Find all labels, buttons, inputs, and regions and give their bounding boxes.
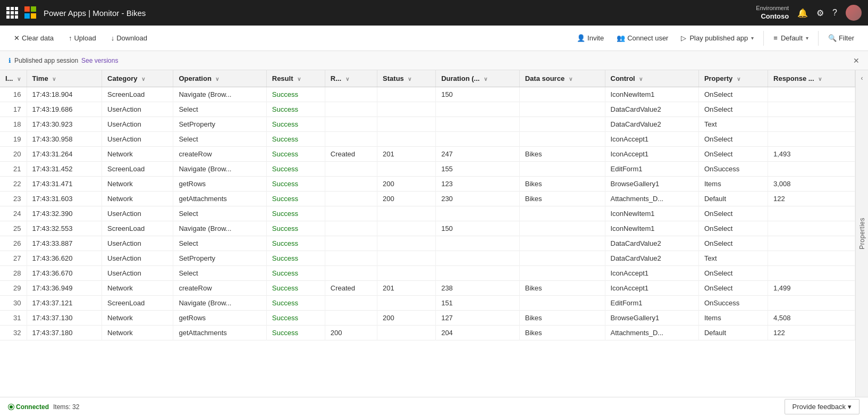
table-row[interactable]: 3217:43:37.180NetworkgetAttachmentsSucce… (0, 326, 855, 340)
invite-icon: 👤 (577, 34, 585, 42)
clear-data-icon: ✕ (14, 34, 20, 42)
list-icon: ≡ (773, 34, 778, 42)
data-table: I... ∨ Time ∨ Category ∨ Operation ∨ Res… (0, 70, 855, 340)
table-row[interactable]: 2817:43:36.670UserActionSelectSuccessIco… (0, 266, 855, 281)
connect-user-button[interactable]: 👥 Connect user (611, 31, 673, 45)
table-row[interactable]: 2417:43:32.390UserActionSelectSuccessIco… (0, 206, 855, 221)
clear-data-button[interactable]: ✕ Clear data (9, 31, 59, 45)
environment-info: Environment Contoso (756, 4, 789, 21)
items-count: Items: 32 (53, 403, 79, 411)
waffle-menu[interactable] (6, 7, 18, 19)
table-row[interactable]: 2317:43:31.603NetworkgetAttachmentsSucce… (0, 192, 855, 206)
connected-label: Connected (16, 403, 49, 411)
info-text: Published app session (14, 57, 78, 64)
main-area: I... ∨ Time ∨ Category ∨ Operation ∨ Res… (0, 70, 868, 397)
settings-gear-icon[interactable]: ⚙ (816, 8, 824, 18)
col-r[interactable]: R... ∨ (325, 70, 377, 87)
table-container[interactable]: I... ∨ Time ∨ Category ∨ Operation ∨ Res… (0, 70, 855, 397)
help-question-icon[interactable]: ? (832, 8, 837, 18)
default-dropdown-arrow: ▾ (806, 35, 808, 41)
col-operation[interactable]: Operation ∨ (173, 70, 266, 87)
connect-user-icon: 👥 (617, 34, 625, 42)
download-button[interactable]: ↓ Download (106, 31, 153, 45)
table-row[interactable]: 3117:43:37.130NetworkgetRowsSuccess20012… (0, 311, 855, 326)
filter-button[interactable]: 🔍 Filter (823, 31, 859, 45)
table-row[interactable]: 2217:43:31.471NetworkgetRowsSuccess20012… (0, 177, 855, 192)
properties-sidebar[interactable]: ‹ Properties (855, 70, 868, 397)
info-close-button[interactable]: ✕ (853, 56, 859, 65)
sidebar-label: Properties (858, 218, 866, 249)
col-control[interactable]: Control ∨ (605, 70, 698, 87)
col-id[interactable]: I... ∨ (0, 70, 27, 87)
status-bar: Connected Items: 32 Provide feedback ▾ (0, 397, 868, 416)
download-icon: ↓ (111, 34, 115, 42)
col-property[interactable]: Property ∨ (698, 70, 768, 87)
col-datasource[interactable]: Data source ∨ (519, 70, 605, 87)
toolbar-separator (763, 31, 764, 46)
sidebar-expand-icon: ‹ (861, 74, 863, 82)
play-dropdown-arrow: ▾ (751, 35, 754, 41)
play-icon: ▷ (681, 34, 686, 42)
table-body: 1617:43:18.904ScreenLoadNavigate (Brow..… (0, 87, 855, 340)
table-row[interactable]: 1917:43:30.958UserActionSelectSuccessIco… (0, 132, 855, 147)
info-bar: ℹ Published app session See versions ✕ (0, 51, 868, 70)
invite-button[interactable]: 👤 Invite (571, 31, 609, 45)
see-versions-link[interactable]: See versions (81, 57, 118, 64)
play-published-app-button[interactable]: ▷ Play published app ▾ (676, 31, 759, 45)
connection-status: Connected (9, 403, 49, 411)
microsoft-logo (24, 6, 37, 19)
app-title: Power Apps | Monitor - Bikes (44, 9, 146, 18)
col-status[interactable]: Status ∨ (377, 70, 436, 87)
nav-right: Environment Contoso 🔔 ⚙ ? (756, 4, 862, 21)
upload-icon: ↑ (69, 34, 72, 42)
connected-dot (9, 404, 14, 410)
avatar[interactable] (846, 5, 862, 21)
table-row[interactable]: 1717:43:19.686UserActionSelectSuccessDat… (0, 102, 855, 117)
default-button[interactable]: ≡ Default ▾ (768, 31, 814, 45)
provide-feedback-button[interactable]: Provide feedback ▾ (785, 399, 859, 414)
table-row[interactable]: 3017:43:37.121ScreenLoadNavigate (Brow..… (0, 296, 855, 311)
feedback-dropdown-arrow: ▾ (848, 403, 852, 411)
toolbar-separator-2 (818, 31, 819, 46)
table-row[interactable]: 2017:43:31.264NetworkcreateRowSuccessCre… (0, 147, 855, 162)
table-row[interactable]: 2617:43:33.887UserActionSelectSuccessDat… (0, 236, 855, 251)
col-response[interactable]: Response ... ∨ (768, 70, 855, 87)
table-row[interactable]: 2517:43:32.553ScreenLoadNavigate (Brow..… (0, 221, 855, 236)
filter-icon: 🔍 (828, 34, 837, 42)
toolbar: ✕ Clear data ↑ Upload ↓ Download 👤 Invit… (0, 26, 868, 51)
top-nav: Power Apps | Monitor - Bikes Environment… (0, 0, 868, 26)
upload-button[interactable]: ↑ Upload (63, 31, 102, 45)
toolbar-right: 👤 Invite 👥 Connect user ▷ Play published… (571, 31, 859, 46)
table-row[interactable]: 2917:43:36.949NetworkcreateRowSuccessCre… (0, 281, 855, 296)
col-category[interactable]: Category ∨ (102, 70, 173, 87)
col-result[interactable]: Result ∨ (266, 70, 325, 87)
info-icon: ℹ (9, 57, 11, 64)
table-row[interactable]: 1817:43:30.923UserActionSetPropertySucce… (0, 117, 855, 132)
col-time[interactable]: Time ∨ (27, 70, 102, 87)
table-header: I... ∨ Time ∨ Category ∨ Operation ∨ Res… (0, 70, 855, 87)
table-row[interactable]: 2117:43:31.452ScreenLoadNavigate (Brow..… (0, 162, 855, 177)
col-duration[interactable]: Duration (... ∨ (436, 70, 520, 87)
notifications-bell-icon[interactable]: 🔔 (797, 8, 808, 18)
table-row[interactable]: 2717:43:36.620UserActionSetPropertySucce… (0, 251, 855, 266)
table-row[interactable]: 1617:43:18.904ScreenLoadNavigate (Brow..… (0, 87, 855, 102)
